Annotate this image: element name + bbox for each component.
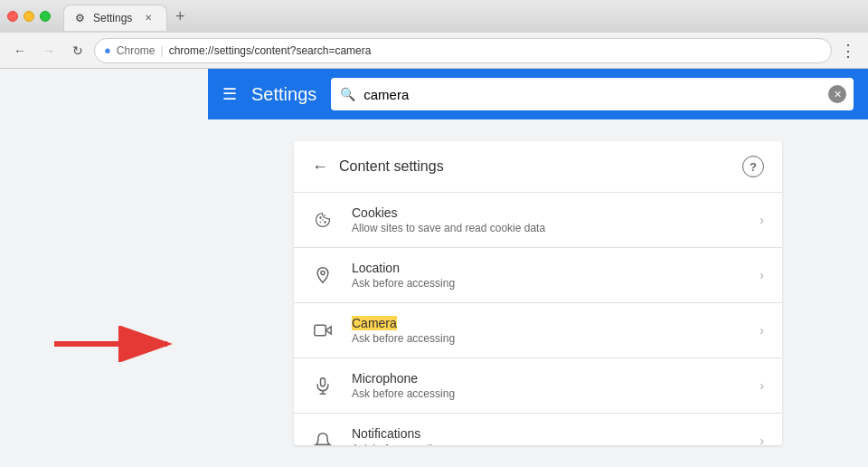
svg-point-3: [325, 214, 326, 216]
location-label: Location: [352, 261, 741, 275]
notifications-label: Notifications: [352, 426, 741, 441]
svg-rect-8: [315, 325, 326, 336]
settings-item-camera[interactable]: Camera Ask before accessing ›: [294, 303, 782, 358]
notifications-chevron-icon: ›: [760, 434, 764, 445]
svg-point-5: [320, 222, 322, 224]
annotation-arrow: [54, 326, 181, 362]
tab-title: Settings: [93, 12, 132, 24]
panel-help-button[interactable]: ?: [742, 156, 764, 177]
forward-button[interactable]: →: [36, 38, 61, 63]
settings-list: Cookies Allow sites to save and read coo…: [294, 193, 782, 445]
svg-point-6: [322, 219, 324, 221]
nav-bar: ← → ↻ ● Chrome | chrome://settings/conte…: [0, 33, 868, 69]
svg-point-4: [324, 221, 326, 224]
cookies-text: Cookies Allow sites to save and read coo…: [352, 205, 741, 234]
settings-item-notifications[interactable]: Notifications Ask before sending ›: [294, 414, 782, 445]
panel-title: Content settings: [339, 158, 731, 175]
arrow-svg: [54, 326, 181, 362]
title-bar: ⚙ Settings ✕ +: [0, 0, 868, 33]
address-divider: |: [161, 44, 164, 57]
maximize-button[interactable]: [40, 11, 51, 22]
settings-panel: ← Content settings ?: [294, 141, 782, 445]
hamburger-menu-icon[interactable]: ☰: [222, 84, 237, 104]
address-chrome-label: Chrome: [117, 44, 156, 57]
notifications-icon: [312, 430, 334, 445]
camera-text: Camera Ask before accessing: [352, 316, 741, 345]
address-bar[interactable]: ● Chrome | chrome://settings/content?sea…: [94, 38, 832, 63]
settings-item-cookies[interactable]: Cookies Allow sites to save and read coo…: [294, 193, 782, 248]
microphone-label: Microphone: [352, 371, 741, 386]
body-area: ☰ Settings 🔍 ✕ ←: [0, 69, 868, 467]
settings-header: ☰ Settings 🔍 ✕: [208, 69, 868, 119]
camera-label: Camera: [352, 316, 741, 330]
settings-item-microphone[interactable]: Microphone Ask before accessing ›: [294, 358, 782, 414]
more-options-button[interactable]: ⋮: [835, 38, 861, 63]
search-clear-button[interactable]: ✕: [828, 85, 846, 103]
active-tab[interactable]: ⚙ Settings ✕: [63, 5, 167, 31]
cookies-icon: [312, 209, 334, 231]
location-chevron-icon: ›: [760, 268, 764, 282]
panel-back-button[interactable]: ←: [312, 157, 328, 176]
chrome-security-icon: ●: [104, 43, 111, 57]
location-sublabel: Ask before accessing: [352, 277, 741, 290]
browser-frame: ⚙ Settings ✕ + ← → ↻ ● Chrome | chrome:/…: [0, 0, 868, 467]
settings-header-title: Settings: [251, 84, 316, 105]
camera-label-highlighted: Camera: [352, 316, 397, 330]
close-button[interactable]: [7, 11, 18, 22]
notifications-sublabel: Ask before sending: [352, 443, 741, 445]
new-tab-button[interactable]: +: [167, 5, 193, 30]
svg-point-2: [319, 216, 322, 219]
camera-sublabel: Ask before accessing: [352, 332, 741, 345]
microphone-text: Microphone Ask before accessing: [352, 371, 741, 400]
tab-bar: ⚙ Settings ✕ +: [63, 4, 783, 30]
tab-close-button[interactable]: ✕: [141, 11, 156, 25]
reload-button[interactable]: ↻: [65, 38, 90, 63]
settings-item-location[interactable]: Location Ask before accessing ›: [294, 248, 782, 303]
cookies-chevron-icon: ›: [760, 213, 764, 227]
panel-header: ← Content settings ?: [294, 141, 782, 193]
notifications-text: Notifications Ask before sending: [352, 426, 741, 445]
main-content-wrapper: ☰ Settings 🔍 ✕ ←: [208, 69, 868, 467]
search-icon: 🔍: [340, 87, 355, 101]
clear-icon: ✕: [834, 89, 842, 100]
cookies-label: Cookies: [352, 205, 741, 220]
svg-point-7: [321, 271, 325, 274]
content-background: ← Content settings ?: [208, 119, 868, 467]
search-input[interactable]: [331, 78, 854, 110]
traffic-lights: [7, 11, 51, 22]
microphone-sublabel: Ask before accessing: [352, 387, 741, 400]
microphone-icon: [312, 375, 334, 396]
sidebar-area: [0, 69, 208, 467]
camera-icon: [312, 319, 334, 341]
camera-chevron-icon: ›: [760, 323, 764, 338]
location-text: Location Ask before accessing: [352, 261, 741, 290]
location-icon: [312, 264, 334, 286]
cookies-sublabel: Allow sites to save and read cookie data: [352, 222, 741, 234]
back-icon: ←: [312, 157, 328, 176]
svg-rect-9: [321, 378, 326, 386]
back-button[interactable]: ←: [7, 38, 33, 63]
address-url: chrome://settings/content?search=camera: [169, 44, 372, 57]
search-container: 🔍 ✕: [331, 78, 854, 110]
help-icon: ?: [750, 160, 757, 174]
minimize-button[interactable]: [24, 11, 34, 22]
microphone-chevron-icon: ›: [760, 378, 764, 393]
tab-favicon-icon: ⚙: [75, 12, 88, 24]
